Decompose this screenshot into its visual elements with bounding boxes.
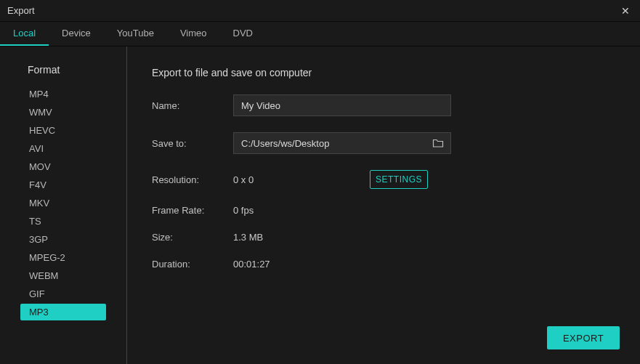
framerate-label: Frame Rate: xyxy=(152,205,233,216)
format-mkv[interactable]: MKV xyxy=(20,195,106,211)
format-mov[interactable]: MOV xyxy=(20,158,106,175)
size-value: 1.3 MB xyxy=(233,232,263,243)
format-mpeg2[interactable]: MPEG-2 xyxy=(20,249,106,266)
resolution-value: 0 x 0 xyxy=(233,174,370,185)
name-row: Name: xyxy=(152,94,620,116)
format-f4v[interactable]: F4V xyxy=(20,177,106,193)
export-tabs: Local Device YouTube Vimeo DVD xyxy=(0,22,640,46)
format-gif[interactable]: GIF xyxy=(20,286,106,302)
resolution-row: Resolution: 0 x 0 SETTINGS xyxy=(152,170,620,189)
main-panel: Export to file and save on computer Name… xyxy=(127,46,640,364)
close-icon[interactable]: ✕ xyxy=(618,4,633,18)
format-webm[interactable]: WEBM xyxy=(20,267,106,284)
tab-label: Vimeo xyxy=(180,28,207,39)
tab-vimeo[interactable]: Vimeo xyxy=(167,22,220,46)
resolution-label: Resolution: xyxy=(152,174,233,185)
tab-label: YouTube xyxy=(117,28,154,39)
sidebar: Format MP4 WMV HEVC AVI MOV F4V MKV TS 3… xyxy=(0,46,127,364)
tab-local[interactable]: Local xyxy=(0,22,49,46)
duration-label: Duration: xyxy=(152,259,233,270)
size-label: Size: xyxy=(152,232,233,243)
tab-label: Device xyxy=(62,28,91,39)
format-hevc[interactable]: HEVC xyxy=(20,122,106,139)
tab-dvd[interactable]: DVD xyxy=(220,22,266,46)
name-label: Name: xyxy=(152,100,233,111)
format-list: MP4 WMV HEVC AVI MOV F4V MKV TS 3GP MPEG… xyxy=(0,86,126,320)
saveto-field[interactable]: C:/Users/ws/Desktop xyxy=(233,132,451,154)
saveto-value: C:/Users/ws/Desktop xyxy=(241,138,432,149)
tab-label: DVD xyxy=(233,28,253,39)
duration-value: 00:01:27 xyxy=(233,259,270,270)
content: Format MP4 WMV HEVC AVI MOV F4V MKV TS 3… xyxy=(0,46,640,364)
duration-row: Duration: 00:01:27 xyxy=(152,259,620,270)
format-ts[interactable]: TS xyxy=(20,213,106,230)
name-input[interactable] xyxy=(233,94,451,116)
tab-label: Local xyxy=(13,28,36,39)
export-button[interactable]: EXPORT xyxy=(547,326,620,349)
tab-device[interactable]: Device xyxy=(49,22,104,46)
size-row: Size: 1.3 MB xyxy=(152,232,620,243)
folder-icon[interactable] xyxy=(432,137,445,149)
format-mp4[interactable]: MP4 xyxy=(20,86,106,102)
main-title: Export to file and save on computer xyxy=(152,67,620,78)
format-wmv[interactable]: WMV xyxy=(20,104,106,121)
framerate-row: Frame Rate: 0 fps xyxy=(152,205,620,216)
titlebar: Export ✕ xyxy=(0,0,640,22)
framerate-value: 0 fps xyxy=(233,205,254,216)
settings-button[interactable]: SETTINGS xyxy=(370,170,428,189)
format-mp3[interactable]: MP3 xyxy=(20,304,106,320)
format-avi[interactable]: AVI xyxy=(20,140,106,157)
footer: EXPORT xyxy=(547,326,620,349)
saveto-label: Save to: xyxy=(152,138,233,149)
window-title: Export xyxy=(7,5,35,16)
saveto-row: Save to: C:/Users/ws/Desktop xyxy=(152,132,620,154)
tab-youtube[interactable]: YouTube xyxy=(104,22,167,46)
format-header: Format xyxy=(0,64,126,86)
format-3gp[interactable]: 3GP xyxy=(20,231,106,248)
